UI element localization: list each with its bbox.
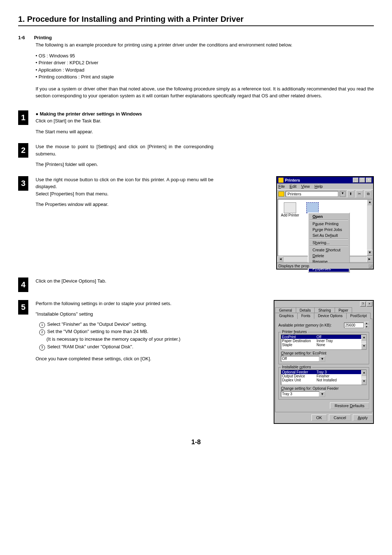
spin-down-icon[interactable]: ▼: [364, 325, 369, 329]
step3-line3: The Properties window will appear.: [36, 201, 213, 208]
install-dd-icon[interactable]: ▼: [319, 391, 325, 397]
client-area[interactable]: ▲ ▼ Add Printer Open: [278, 199, 372, 256]
menu-purge[interactable]: Purge Print Jobs: [309, 227, 349, 232]
bullet-driver: • Printer driver : KPDL2 Driver: [36, 59, 374, 66]
titlebar[interactable]: Printers _ □ ×: [277, 177, 373, 183]
cancel-button[interactable]: Cancel: [329, 414, 351, 421]
memory-spinner[interactable]: ▲ ▼: [344, 322, 369, 329]
scroll-up-icon[interactable]: ▲: [367, 199, 373, 205]
install-output[interactable]: Output DeviceFinisher: [281, 374, 366, 378]
close-button[interactable]: ×: [366, 178, 372, 183]
change-feature-dropdown[interactable]: ▼: [281, 356, 367, 362]
menu-open[interactable]: Open: [309, 214, 349, 219]
ok-button[interactable]: OK: [311, 414, 327, 421]
tab-panel: Available printer memory (in KB): ▲ ▼ Pr…: [275, 319, 372, 412]
status-bar: Displays the prop: [277, 263, 373, 269]
printers-folder-icon: [278, 178, 283, 183]
step5-line1: Perform the following settings in order …: [36, 300, 213, 307]
up-folder-button[interactable]: ⬆: [347, 190, 354, 198]
tab-postscript[interactable]: PostScript: [346, 313, 371, 319]
maximize-button[interactable]: □: [359, 178, 365, 183]
menu-shortcut[interactable]: Create Shortcut: [309, 247, 349, 253]
tab-fonts[interactable]: Fonts: [297, 313, 314, 319]
step1-line2: The Start menu will appear.: [36, 128, 374, 135]
step-number-3: 3: [18, 176, 28, 191]
help-button[interactable]: ?: [360, 301, 366, 307]
circled-1-icon: 1: [39, 322, 45, 328]
scroll-right-icon[interactable]: ►: [367, 256, 372, 262]
intro-text: The following is an example procedure fo…: [36, 42, 374, 49]
memory-input[interactable]: [344, 323, 364, 328]
restore-defaults-button[interactable]: Restore Defaults: [330, 402, 369, 409]
props-close-button[interactable]: ×: [367, 301, 372, 307]
isb-up-icon[interactable]: ▲: [361, 370, 367, 376]
menu-delete[interactable]: Delete: [309, 253, 349, 259]
tab-sharing[interactable]: Sharing: [314, 307, 335, 313]
scroll-left-icon[interactable]: ◄: [278, 256, 283, 262]
properties-window: ? × General Details Sharing Paper Graphi…: [274, 300, 374, 424]
install-duplex[interactable]: Duplex UnitNot Installed: [281, 378, 366, 382]
menu-help[interactable]: Help: [315, 184, 323, 189]
address-dropdown-icon[interactable]: ▼: [340, 191, 346, 197]
add-printer-icon: [284, 202, 296, 213]
bullet-conditions: • Printing conditions : Print and staple: [36, 73, 374, 81]
cut-button[interactable]: ✂: [356, 190, 363, 198]
tab-general[interactable]: General: [275, 307, 296, 313]
feature-destination[interactable]: Paper DestinationInner Tray: [281, 339, 366, 343]
spin-up-icon[interactable]: ▲: [364, 322, 369, 325]
add-printer-item[interactable]: Add Printer: [281, 202, 299, 217]
feature-dd-icon[interactable]: ▼: [319, 356, 325, 362]
menubar[interactable]: File Edit View Help: [277, 183, 373, 189]
menu-view[interactable]: View: [301, 184, 310, 189]
address-box[interactable]: Printers: [286, 191, 338, 197]
step5-sub2: Set the "VM Option" setting to more than…: [47, 329, 148, 334]
install-scrollbar[interactable]: ▲▼: [361, 370, 366, 385]
minimize-button[interactable]: _: [353, 178, 359, 183]
tab-device-options[interactable]: Device Options: [314, 313, 347, 319]
feature-ecoprint[interactable]: EcoPrintOff: [281, 335, 366, 339]
printers-window: Printers _ □ × File Edit View Help Print…: [276, 176, 374, 270]
features-list[interactable]: EcoPrintOff Paper DestinationInner Tray …: [281, 335, 367, 350]
tab-graphics[interactable]: Graphics: [275, 313, 298, 319]
apply-button[interactable]: Apply: [353, 414, 372, 421]
feature-staple[interactable]: StapleNone: [281, 343, 366, 347]
menu-file[interactable]: File: [278, 184, 285, 189]
step1-heading: ● Making the printer driver settings in …: [36, 110, 374, 118]
bullet-os: • OS : Windows 95: [36, 52, 374, 60]
menu-pause[interactable]: Pause Printing: [309, 221, 349, 227]
tab-details[interactable]: Details: [296, 307, 315, 313]
install-feeder[interactable]: Optional FeederTray 3: [281, 370, 366, 374]
step-number-5: 5: [18, 300, 28, 315]
install-list[interactable]: Optional FeederTray 3 Output DeviceFinis…: [281, 370, 367, 385]
chapter-title: 1. Procedure for Installing and Printing…: [18, 15, 374, 26]
fsb-down-icon[interactable]: ▼: [361, 344, 367, 349]
step5-line3: Once you have completed these settings, …: [36, 355, 213, 362]
change-install-dropdown[interactable]: ▼: [281, 391, 367, 397]
note-paragraph: If you use a system or driver other than…: [36, 86, 374, 100]
scroll-down-icon[interactable]: ▼: [367, 250, 373, 256]
step-4: 4 Click on the [Device Options] Tab.: [18, 278, 374, 292]
step2-line2: The [Printers] folder will open.: [36, 161, 213, 168]
section-title: Printing: [34, 35, 52, 40]
tab-strip: General Details Sharing Paper Graphics F…: [275, 307, 372, 319]
status-text: Displays the prop: [278, 264, 309, 268]
step-number-4: 4: [18, 278, 28, 292]
change-feature-value[interactable]: [281, 356, 319, 362]
isb-down-icon[interactable]: ▼: [361, 379, 367, 385]
features-scrollbar[interactable]: ▲▼: [361, 335, 366, 349]
tab-paper[interactable]: Paper: [335, 307, 352, 313]
memory-label: Available printer memory (in KB):: [278, 323, 344, 327]
change-install-value[interactable]: [281, 391, 319, 397]
menu-default[interactable]: Set As Default: [309, 232, 349, 238]
menu-sharing[interactable]: Sharing...: [309, 240, 349, 246]
step5-line2: "Installable Options" setting: [36, 311, 213, 318]
copy-button[interactable]: ⧉: [364, 190, 372, 198]
step-number-1: 1: [18, 110, 28, 125]
fsb-up-icon[interactable]: ▲: [361, 335, 367, 341]
step-2: 2 Use the mouse to point to [Settings] a…: [18, 143, 374, 168]
vertical-scrollbar[interactable]: ▲ ▼: [367, 199, 372, 256]
menu-edit[interactable]: Edit: [290, 184, 297, 189]
step-number-2: 2: [18, 143, 28, 158]
bullet-app: • Application : Wordpad: [36, 66, 374, 74]
resize-grip-icon[interactable]: [368, 264, 373, 268]
